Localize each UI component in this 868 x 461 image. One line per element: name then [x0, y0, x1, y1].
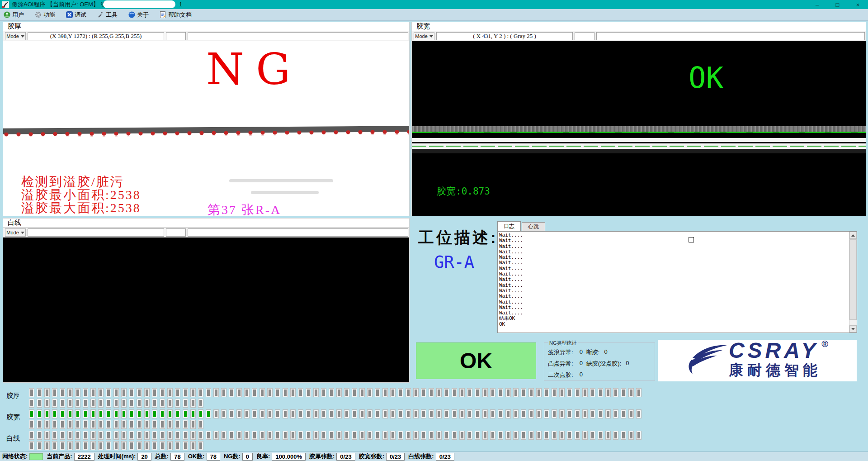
- progress-cell-empty: [367, 409, 373, 418]
- title-bar: 侧涂AOI程序 【当前用户: OEM】 编 1 – □ ×: [0, 0, 868, 9]
- progress-cell-empty: [590, 431, 595, 440]
- progress-cell-empty: [329, 388, 334, 397]
- status-bar: 网络状态: 当前产品:2222处理时间(ms):20总数:78OK数:78NG数…: [0, 451, 868, 461]
- close-button[interactable]: ×: [848, 0, 868, 9]
- menu-item-tools[interactable]: 工具: [97, 11, 118, 19]
- ng-stat-value: 0: [580, 348, 583, 356]
- progress-cell-empty: [452, 431, 457, 440]
- scroll-up-icon[interactable]: [849, 232, 857, 239]
- progress-row-short: [29, 420, 206, 429]
- tab-heartbeat[interactable]: 心跳: [522, 222, 545, 231]
- mode-dropdown[interactable]: Mode: [5, 32, 26, 40]
- progress-cell-empty: [406, 431, 411, 440]
- small-field[interactable]: [166, 32, 186, 40]
- window-title-tail: 1: [179, 1, 182, 8]
- progress-cell-empty: [175, 420, 180, 429]
- progress-cell-empty: [413, 409, 419, 418]
- progress-cell-empty: [121, 441, 127, 450]
- progress-cell-empty: [475, 431, 480, 440]
- progress-cell-empty: [152, 399, 157, 408]
- mode-dropdown[interactable]: Mode: [5, 228, 26, 237]
- log-panel[interactable]: Wait....Wait....Wait....Wait....Wait....…: [497, 231, 857, 333]
- redaction-blob: [103, 0, 175, 8]
- progress-cell-empty: [582, 431, 588, 440]
- progress-cell-empty: [144, 399, 150, 408]
- progress-cell-empty: [467, 409, 472, 418]
- tab-log[interactable]: 日志: [497, 221, 521, 231]
- small-field[interactable]: [575, 32, 594, 40]
- panel-jiaokuan-header: 胶宽: [412, 22, 866, 31]
- progress-cell-empty: [467, 431, 472, 440]
- progress-cell-empty: [482, 409, 488, 418]
- progress-cell-empty: [398, 388, 403, 397]
- jiaokuan-image-view[interactable]: OK 胶宽:0.873: [412, 41, 866, 216]
- scrollbar-thumb[interactable]: [849, 239, 857, 320]
- menu-item-debug[interactable]: 调试: [66, 11, 86, 19]
- progress-cell-filled: [52, 409, 57, 418]
- statusbar-label: OK数:: [188, 452, 205, 461]
- menu-item-gear[interactable]: 功能: [35, 11, 55, 19]
- progress-cell-filled: [90, 409, 96, 418]
- progress-cell-empty: [605, 431, 611, 440]
- menu-item-help-doc[interactable]: 帮助文档: [160, 11, 192, 19]
- small-field[interactable]: [166, 228, 186, 237]
- statusbar-value: 0/23: [336, 453, 355, 461]
- pixel-coordinate-field[interactable]: (X 398,Y 1272) : (R 255,G 255,B 255): [28, 32, 164, 40]
- progress-cell-empty: [283, 388, 288, 397]
- ng-stat-label: 缺胶(没点胶):: [586, 360, 621, 368]
- edge-detect-line: [412, 132, 866, 133]
- progress-cell-empty: [113, 388, 119, 397]
- progress-cell-empty: [490, 431, 495, 440]
- progress-cell-empty: [29, 431, 34, 440]
- progress-cell-empty: [252, 409, 257, 418]
- menu-item-about[interactable]: 关于: [128, 11, 149, 19]
- progress-cell-filled: [129, 409, 134, 418]
- detection-overlay-text: 检测到溢胶/脏污 溢胶最小面积:2538 溢胶最大面积:2538: [21, 175, 141, 214]
- jiaohou-image-view[interactable]: NG 检测到溢胶/脏污 溢胶最小面积:2538 溢胶最大面积:2538 第37 …: [3, 41, 409, 216]
- progress-cell-empty: [244, 409, 250, 418]
- pixel-coordinate-field[interactable]: ( X 431, Y 2 ) : ( Gray 25 ): [436, 32, 573, 40]
- progress-cell-empty: [183, 388, 188, 397]
- wide-field[interactable]: [596, 32, 865, 40]
- progress-cell-empty: [121, 388, 127, 397]
- progress-cell-empty: [321, 431, 326, 440]
- panel-jiaohou-header: 胶厚: [3, 22, 409, 31]
- progress-cell-empty: [198, 399, 203, 408]
- progress-cell-empty: [352, 388, 357, 397]
- scroll-down-icon[interactable]: [849, 325, 857, 333]
- glue-width-measurement: 胶宽:0.873: [437, 185, 490, 198]
- progress-cell-empty: [221, 409, 226, 418]
- progress-cell-empty: [160, 420, 165, 429]
- progress-cell-empty: [306, 388, 311, 397]
- progress-cell-empty: [575, 409, 580, 418]
- progress-cell-empty: [60, 388, 65, 397]
- log-line: Wait....: [499, 299, 523, 305]
- progress-cell-empty: [459, 431, 465, 440]
- progress-cell-empty: [113, 420, 119, 429]
- network-status-indicator: [29, 453, 43, 460]
- progress-cell-empty: [359, 388, 365, 397]
- wide-field[interactable]: [188, 228, 408, 237]
- log-checkbox[interactable]: [689, 237, 694, 242]
- progress-cell-empty: [37, 388, 42, 397]
- result-ok-button[interactable]: OK: [416, 342, 536, 379]
- pixel-coordinate-field[interactable]: [28, 228, 164, 237]
- progress-cell-empty: [113, 399, 119, 408]
- progress-cell-empty: [306, 409, 311, 418]
- progress-cell-empty: [60, 441, 65, 450]
- maximize-button[interactable]: □: [827, 0, 848, 9]
- progress-cell-empty: [198, 388, 203, 397]
- progress-cell-empty: [229, 431, 234, 440]
- progress-cell-empty: [236, 431, 242, 440]
- log-scrollbar[interactable]: [849, 232, 857, 333]
- mode-dropdown[interactable]: Mode: [414, 32, 434, 40]
- progress-cell-empty: [221, 431, 226, 440]
- baixian-image-view[interactable]: [3, 238, 409, 382]
- minimize-button[interactable]: –: [807, 0, 827, 9]
- progress-cell-empty: [129, 420, 134, 429]
- progress-cell-empty: [167, 388, 173, 397]
- progress-cell-empty: [352, 409, 357, 418]
- progress-cell-empty: [67, 399, 73, 408]
- menu-item-user[interactable]: 用户: [4, 11, 24, 19]
- wide-field[interactable]: [188, 32, 408, 40]
